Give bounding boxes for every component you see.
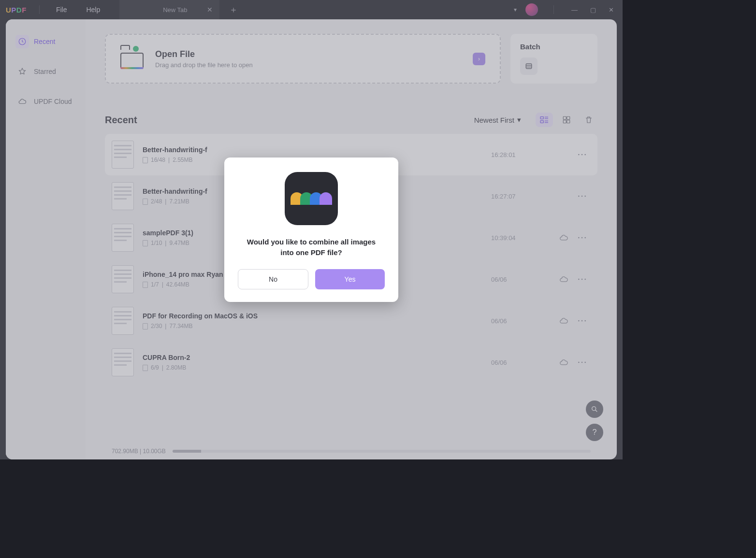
app-window: UPDF File Help New Tab ✕ ＋ ▾ — ▢ ✕ Recen…	[0, 0, 623, 459]
yes-button[interactable]: Yes	[315, 269, 385, 289]
no-button[interactable]: No	[238, 269, 308, 289]
dialog-message: Would you like to combine all images int…	[238, 237, 385, 258]
app-icon	[285, 172, 338, 225]
dialog-overlay: Would you like to combine all images int…	[0, 0, 623, 459]
combine-images-dialog: Would you like to combine all images int…	[224, 157, 398, 302]
